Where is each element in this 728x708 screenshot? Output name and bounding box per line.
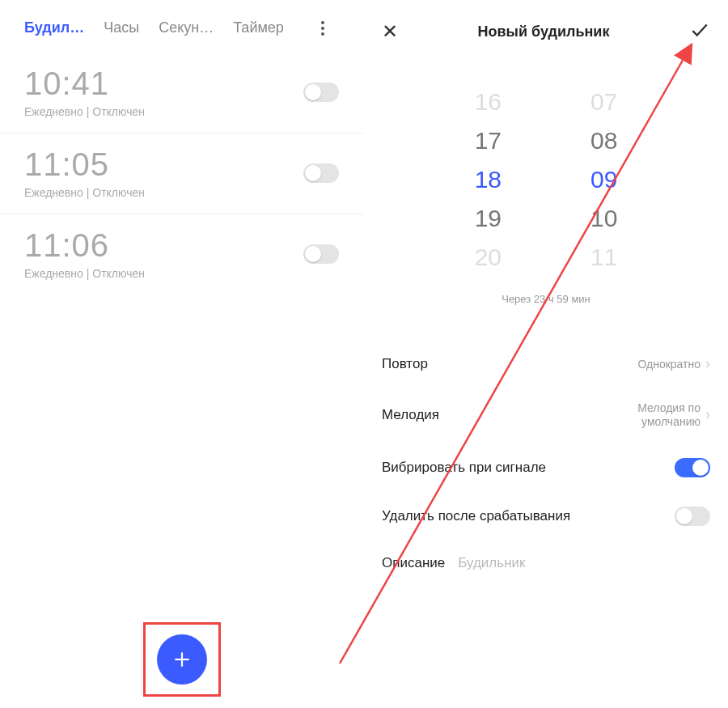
- delete-after-label: Удалить после срабатывания: [382, 508, 570, 524]
- hour-picker[interactable]: 16 17 18 19 20: [475, 83, 502, 277]
- alarm-time: 11:06: [24, 227, 145, 264]
- alarm-row[interactable]: 11:05 Ежедневно | Отключен: [0, 134, 363, 214]
- new-alarm-screen: ✕ Новый будильник 16 17 18 19 20 07 08 0…: [364, 0, 728, 708]
- alarm-toggle[interactable]: [303, 83, 339, 102]
- new-alarm-title: Новый будильник: [478, 23, 610, 40]
- alarm-desc: Ежедневно | Отключен: [24, 267, 145, 280]
- alarm-toggle[interactable]: [303, 163, 339, 183]
- picker-value: 11: [590, 238, 617, 277]
- ringtone-value: Мелодия по умолчанию: [603, 401, 700, 429]
- vibrate-toggle[interactable]: [675, 458, 710, 477]
- alarm-time: 10:41: [24, 66, 145, 102]
- picker-value: 07: [590, 83, 617, 121]
- picker-value: 17: [475, 121, 502, 160]
- vibrate-row: Вибрировать при сигнале: [364, 443, 728, 492]
- alarm-list: 10:41 Ежедневно | Отключен 11:05 Ежеднев…: [0, 45, 363, 295]
- alarm-list-screen: Будил… Часы Секун… Таймер 10:41 Ежедневн…: [0, 0, 364, 708]
- alarm-row[interactable]: 11:06 Ежедневно | Отключен: [0, 214, 363, 295]
- alarm-desc: Ежедневно | Отключен: [24, 186, 145, 199]
- tabs-header: Будил… Часы Секун… Таймер: [0, 0, 363, 45]
- picker-value: 19: [475, 199, 502, 238]
- alarm-row[interactable]: 10:41 Ежедневно | Отключен: [0, 53, 363, 134]
- vibrate-label: Вибрировать при сигнале: [382, 460, 546, 476]
- picker-value: 10: [590, 199, 617, 238]
- delete-after-row: Удалить после срабатывания: [364, 492, 728, 541]
- picker-value-selected: 18: [475, 160, 502, 199]
- plus-icon: [171, 649, 193, 670]
- ringtone-row[interactable]: Мелодия Мелодия по умолчанию ›: [364, 387, 728, 443]
- ringtone-label: Мелодия: [382, 407, 439, 423]
- repeat-row[interactable]: Повтор Однократно ›: [364, 341, 728, 387]
- description-row[interactable]: Описание Будильник: [364, 541, 728, 586]
- description-label: Описание: [382, 555, 445, 571]
- new-alarm-header: ✕ Новый будильник: [364, 0, 728, 50]
- repeat-value: Однократно: [637, 358, 700, 371]
- tab-alarm[interactable]: Будил…: [24, 19, 84, 36]
- chevron-right-icon: ›: [705, 355, 710, 372]
- delete-after-toggle[interactable]: [675, 507, 710, 526]
- tab-timer[interactable]: Таймер: [233, 19, 284, 36]
- alarm-toggle[interactable]: [303, 244, 339, 264]
- picker-value-selected: 09: [590, 160, 617, 199]
- picker-value: 08: [590, 121, 617, 160]
- chevron-right-icon: ›: [705, 406, 710, 423]
- time-until-label: Через 23 ч 59 мин: [364, 293, 728, 305]
- confirm-icon[interactable]: [689, 19, 710, 44]
- alarm-time: 11:05: [24, 146, 145, 183]
- picker-value: 20: [475, 238, 502, 277]
- time-picker[interactable]: 16 17 18 19 20 07 08 09 10 11: [364, 50, 728, 285]
- add-alarm-button[interactable]: [157, 634, 207, 685]
- minute-picker[interactable]: 07 08 09 10 11: [590, 83, 617, 277]
- tab-stopwatch[interactable]: Секун…: [159, 19, 214, 36]
- more-icon[interactable]: [321, 20, 336, 36]
- close-icon[interactable]: ✕: [382, 20, 398, 43]
- description-input[interactable]: Будильник: [458, 555, 525, 571]
- alarm-desc: Ежедневно | Отключен: [24, 105, 145, 118]
- fab-highlight: [143, 622, 221, 697]
- picker-value: 16: [475, 83, 502, 121]
- repeat-label: Повтор: [382, 356, 428, 372]
- tab-clock[interactable]: Часы: [104, 19, 139, 36]
